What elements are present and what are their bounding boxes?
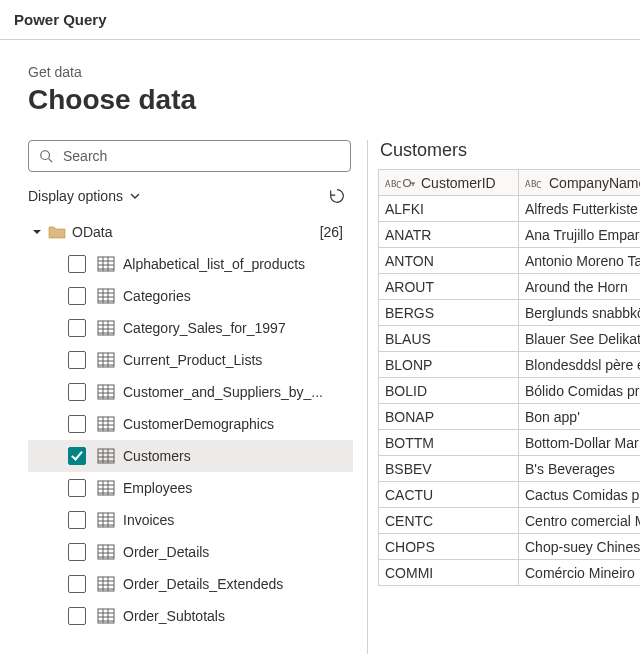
tree-item-checkbox[interactable] — [68, 383, 86, 401]
table-cell: B's Beverages — [519, 456, 641, 482]
table-cell: Berglunds snabbkö — [519, 300, 641, 326]
tree-item-checkbox[interactable] — [68, 543, 86, 561]
table-cell: Around the Horn — [519, 274, 641, 300]
table-row[interactable]: COMMIComércio Mineiro — [379, 560, 641, 586]
tree-root-count: [26] — [320, 224, 343, 240]
table-cell: BLAUS — [379, 326, 519, 352]
table-cell: Blauer See Delikate — [519, 326, 641, 352]
svg-text:C: C — [396, 180, 401, 190]
tree-item[interactable]: Order_Subtotals — [28, 600, 353, 632]
table-icon — [97, 608, 115, 624]
table-row[interactable]: ANATRAna Trujillo Empare — [379, 222, 641, 248]
table-row[interactable]: BERGSBerglunds snabbkö — [379, 300, 641, 326]
tree-item-checkbox[interactable] — [68, 607, 86, 625]
table-icon — [97, 352, 115, 368]
table-cell: BERGS — [379, 300, 519, 326]
app-title-bar: Power Query — [0, 0, 640, 40]
caret-down-icon — [32, 227, 42, 237]
table-cell: BONAP — [379, 404, 519, 430]
table-cell: Chop-suey Chinese — [519, 534, 641, 560]
tree-item[interactable]: Invoices — [28, 504, 353, 536]
tree-item-checkbox[interactable] — [68, 255, 86, 273]
table-row[interactable]: AROUTAround the Horn — [379, 274, 641, 300]
svg-point-77 — [404, 179, 411, 186]
tree-item[interactable]: Employees — [28, 472, 353, 504]
app-title: Power Query — [14, 11, 107, 28]
refresh-button[interactable] — [325, 184, 349, 208]
tree-item-checkbox[interactable] — [68, 479, 86, 497]
navigator-tree: OData [26] Alphabetical_list_of_products… — [28, 216, 357, 632]
tree-item[interactable]: Alphabetical_list_of_products — [28, 248, 353, 280]
table-row[interactable]: ALFKIAlfreds Futterkiste — [379, 196, 641, 222]
preview-pane: Customers ABC CustomerID ABC CompanyName… — [368, 140, 640, 654]
text-key-type-icon: ABC — [385, 176, 415, 190]
tree-item[interactable]: Categories — [28, 280, 353, 312]
table-cell: Centro comercial M — [519, 508, 641, 534]
table-cell: ALFKI — [379, 196, 519, 222]
tree-item[interactable]: Customer_and_Suppliers_by_... — [28, 376, 353, 408]
table-cell: Blondesddsl père e — [519, 352, 641, 378]
table-icon — [97, 512, 115, 528]
tree-item[interactable]: CustomerDemographics — [28, 408, 353, 440]
tree-item[interactable]: Customers — [28, 440, 353, 472]
tree-item-label: Order_Subtotals — [123, 608, 225, 624]
search-box[interactable] — [28, 140, 351, 172]
column-header[interactable]: ABC CustomerID — [379, 170, 519, 196]
search-icon — [39, 149, 53, 163]
column-header[interactable]: ABC CompanyName — [519, 170, 641, 196]
table-row[interactable]: CHOPSChop-suey Chinese — [379, 534, 641, 560]
table-row[interactable]: ANTONAntonio Moreno Ta — [379, 248, 641, 274]
table-row[interactable]: BLONPBlondesddsl père e — [379, 352, 641, 378]
svg-point-0 — [41, 151, 50, 160]
table-row[interactable]: BONAPBon app' — [379, 404, 641, 430]
table-row[interactable]: BOTTMBottom-Dollar Mar — [379, 430, 641, 456]
text-type-icon: ABC — [525, 176, 543, 190]
refresh-icon — [328, 187, 346, 205]
tree-item[interactable]: Current_Product_Lists — [28, 344, 353, 376]
folder-icon — [48, 225, 66, 239]
tree-item[interactable]: Category_Sales_for_1997 — [28, 312, 353, 344]
column-header-label: CompanyName — [549, 175, 640, 191]
table-icon — [97, 256, 115, 272]
table-row[interactable]: BSBEVB's Beverages — [379, 456, 641, 482]
tree-item-label: Categories — [123, 288, 191, 304]
navigator-pane: Display options OData [26] — [28, 140, 368, 654]
tree-item[interactable]: Order_Details_Extendeds — [28, 568, 353, 600]
display-options-button[interactable]: Display options — [28, 188, 141, 204]
column-header-label: CustomerID — [421, 175, 496, 191]
tree-item-checkbox[interactable] — [68, 511, 86, 529]
tree-item[interactable]: Order_Details — [28, 536, 353, 568]
table-cell: CENTC — [379, 508, 519, 534]
table-icon — [97, 448, 115, 464]
tree-item-label: Order_Details — [123, 544, 209, 560]
search-input[interactable] — [61, 147, 340, 165]
table-row[interactable]: BOLIDBólido Comidas pre — [379, 378, 641, 404]
table-row[interactable]: BLAUSBlauer See Delikate — [379, 326, 641, 352]
table-cell: Ana Trujillo Empare — [519, 222, 641, 248]
preview-table: ABC CustomerID ABC CompanyName ALFKIAlfr… — [378, 169, 640, 586]
tree-item-checkbox[interactable] — [68, 287, 86, 305]
table-cell: AROUT — [379, 274, 519, 300]
table-cell: Antonio Moreno Ta — [519, 248, 641, 274]
table-cell: BOTTM — [379, 430, 519, 456]
preview-title: Customers — [380, 140, 640, 161]
table-cell: CACTU — [379, 482, 519, 508]
tree-item-checkbox[interactable] — [68, 447, 86, 465]
table-row[interactable]: CACTUCactus Comidas pa — [379, 482, 641, 508]
display-options-label: Display options — [28, 188, 123, 204]
tree-item-label: Invoices — [123, 512, 174, 528]
table-row[interactable]: CENTCCentro comercial M — [379, 508, 641, 534]
table-icon — [97, 320, 115, 336]
table-cell: Bon app' — [519, 404, 641, 430]
table-cell: CHOPS — [379, 534, 519, 560]
tree-item-checkbox[interactable] — [68, 575, 86, 593]
tree-root-odata[interactable]: OData [26] — [28, 216, 353, 248]
table-cell: Cactus Comidas pa — [519, 482, 641, 508]
table-cell: BSBEV — [379, 456, 519, 482]
tree-item-label: Current_Product_Lists — [123, 352, 262, 368]
tree-item-checkbox[interactable] — [68, 415, 86, 433]
tree-item-checkbox[interactable] — [68, 351, 86, 369]
tree-root-label: OData — [72, 224, 112, 240]
tree-item-label: Alphabetical_list_of_products — [123, 256, 305, 272]
tree-item-checkbox[interactable] — [68, 319, 86, 337]
